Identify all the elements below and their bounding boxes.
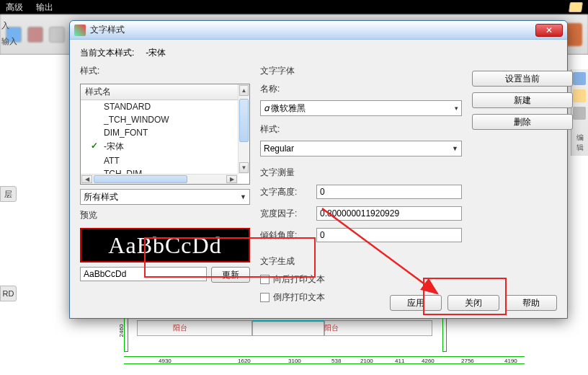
select-value: 所有样式 (84, 191, 118, 203)
preview-box: AaBbCcDd (80, 228, 250, 262)
tool-icon[interactable] (49, 27, 65, 43)
scroll-right-icon[interactable]: ▶ (226, 175, 237, 183)
paste-icon[interactable] (573, 107, 586, 120)
checkbox-icon (260, 293, 270, 302)
dialog-body: 当前文本样式: -宋体 样式: 样式名 STANDARD _TCH_WINDOW… (70, 40, 567, 314)
ribbon-tab-advanced[interactable]: 高级 (6, 1, 23, 14)
styles-listbox[interactable]: 样式名 STANDARD _TCH_WINDOW DIM_FONT -宋体 AT… (80, 84, 250, 185)
ribbon-tab-output[interactable]: 输出 (36, 1, 53, 14)
chevron-down-icon: ▾ (455, 105, 458, 112)
listbox-header[interactable]: 样式名 (81, 84, 249, 100)
dialog-title: 文字样式 (90, 24, 535, 36)
scrollbar-vertical[interactable]: ▲ ▼ (238, 84, 249, 174)
font-style-select[interactable]: Regular ▼ (260, 141, 462, 156)
close-dialog-button[interactable]: 关闭 (447, 295, 499, 311)
update-button[interactable]: 更新 (211, 267, 250, 283)
preview-input[interactable] (80, 267, 207, 281)
action-column: 设置当前 新建 删除 (472, 65, 573, 306)
backwards-checkbox[interactable]: 向后打印文本 (260, 273, 462, 286)
font-name-select[interactable]: ɑ微软雅黑 ▾ (260, 100, 462, 116)
oblique-input[interactable] (316, 228, 462, 242)
style-item[interactable]: _TCH_WINDOW (81, 113, 249, 126)
tool-icon[interactable] (27, 27, 43, 43)
scroll-left-icon[interactable]: ◀ (81, 175, 92, 183)
style-item[interactable]: DIM_FONT (81, 126, 249, 139)
dimension-text: 411 (395, 358, 404, 364)
dimension-text: 3100 (288, 358, 301, 364)
dialog-icon (74, 25, 86, 36)
height-input[interactable] (316, 185, 462, 199)
dimension-text: 2756 (461, 358, 474, 364)
dimension-line (124, 356, 525, 357)
apply-button[interactable]: 应用 (390, 295, 442, 311)
font-style-label: 样式: (260, 123, 462, 136)
font-name-label: 名称: (260, 83, 462, 95)
select-value: 微软雅黑 (271, 102, 306, 115)
style-item[interactable]: STANDARD (81, 100, 249, 113)
drawing-element (324, 320, 432, 336)
text-style-dialog: 文字样式 ✕ 当前文本样式: -宋体 样式: 样式名 STANDARD _TCH… (69, 20, 568, 319)
font-column: 文字字体 名称: ɑ微软雅黑 ▾ 样式: Regular ▼ 文字测量 文字高度… (260, 65, 462, 306)
left-docked-tab[interactable]: RD (0, 286, 17, 301)
select-value: Regular (264, 144, 294, 154)
drawing-element (137, 320, 252, 336)
current-style-label: 当前文本样式: (80, 47, 134, 59)
set-current-button[interactable]: 设置当前 (472, 71, 573, 87)
width-input[interactable] (316, 206, 462, 221)
gen-group-label: 文字生成 (260, 255, 462, 268)
filter-select[interactable]: 所有样式 ▼ (80, 189, 250, 205)
cut-icon[interactable] (573, 89, 586, 102)
close-button[interactable]: ✕ (535, 24, 563, 37)
right-toolbar: 编辑 (571, 69, 588, 156)
dialog-titlebar[interactable]: 文字样式 ✕ (70, 21, 567, 40)
new-button[interactable]: 新建 (472, 92, 573, 108)
current-style-value: -宋体 (146, 47, 166, 59)
drawing-label: 阳台 (324, 323, 339, 333)
style-item[interactable]: ATT (81, 154, 249, 167)
dimension-text: 4930 (159, 358, 172, 364)
style-item[interactable]: -宋体 (81, 139, 249, 154)
left-docked-tab[interactable]: 层 (0, 186, 17, 202)
dimension-text: 2460 (118, 325, 125, 338)
styles-column: 样式: 样式名 STANDARD _TCH_WINDOW DIM_FONT -宋… (80, 65, 250, 306)
dimension-text: 538 (331, 358, 341, 364)
drawing-label: 阳台 (173, 323, 187, 333)
label: 输入 (1, 33, 17, 49)
pencil-icon[interactable] (569, 2, 583, 12)
scrollbar-horizontal[interactable]: ◀ ▶ (81, 174, 238, 184)
scrollbar-thumb[interactable] (239, 99, 249, 142)
chevron-down-icon: ▼ (452, 145, 458, 152)
scrollbar-thumb[interactable] (94, 175, 187, 183)
dimension-text: 1620 (238, 358, 251, 364)
measure-group-label: 文字测量 (260, 167, 462, 179)
label: 入 (1, 17, 17, 33)
dialog-footer: 应用 关闭 帮助 (390, 295, 557, 311)
scroll-down-icon[interactable]: ▼ (239, 162, 249, 173)
right-panel-label: 编辑 (573, 133, 587, 153)
delete-button[interactable]: 删除 (472, 114, 573, 130)
checkbox-label: 倒序打印文本 (273, 291, 325, 304)
checkbox-icon (260, 275, 270, 284)
left-panel-labels: 入 输入 (1, 17, 17, 49)
chevron-down-icon: ▼ (240, 193, 246, 200)
ribbon-tabs: 高级 输出 (0, 0, 588, 14)
copy-icon[interactable] (573, 72, 586, 85)
preview-label: 预览 (80, 209, 250, 221)
height-label: 文字高度: (260, 186, 311, 198)
width-label: 宽度因子: (260, 208, 311, 220)
dimension-text: 4190 (504, 358, 517, 364)
checkbox-label: 向后打印文本 (273, 273, 325, 286)
styles-label: 样式: (80, 65, 250, 77)
font-group-label: 文字字体 (260, 65, 462, 77)
oblique-label: 倾斜角度: (260, 229, 311, 242)
scroll-up-icon[interactable]: ▲ (239, 85, 249, 96)
help-button[interactable]: 帮助 (505, 295, 557, 311)
drawing-element (252, 320, 324, 336)
dimension-text: 2100 (360, 358, 373, 364)
dimension-line (442, 316, 447, 352)
dimension-text: 4260 (422, 358, 435, 364)
